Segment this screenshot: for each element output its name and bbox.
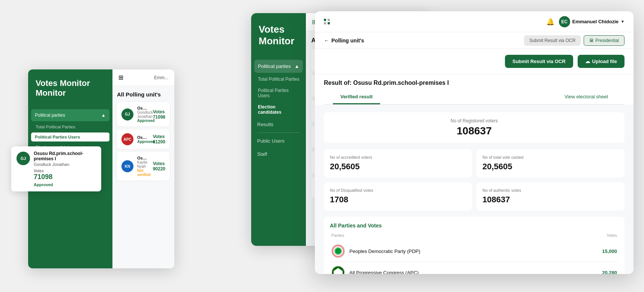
tooltip-person: Goodluck Jonathan	[34, 162, 96, 167]
card-votes-2: Votes 61200	[153, 134, 165, 144]
card-votes-1: Votes 71098	[153, 109, 165, 120]
card-status-3: Not verified	[137, 169, 149, 177]
grid-icon-right	[324, 19, 330, 24]
topbar-left-section	[324, 19, 330, 24]
upload-icon: ☁	[585, 59, 590, 64]
stat-card-1: No of total vote casted 20,5605	[476, 149, 625, 178]
subbar-right: ← Polling unit's Submit Result via OCR 🏛…	[315, 32, 634, 49]
parties-header: Parties Votes	[330, 233, 619, 238]
polling-card-1[interactable]: GJ Osusu Rd.prim.school-premises I Goodl…	[117, 102, 170, 126]
back-button[interactable]: ← Polling unit's	[324, 38, 364, 44]
back-arrow-icon: ←	[324, 38, 329, 44]
chevron-down-icon: ▼	[621, 20, 625, 24]
logo-middle: Votes Monitor	[251, 13, 306, 55]
card-info-2: Osusu Rd.prim.school-premises III Approv…	[137, 135, 149, 144]
svg-rect-3	[337, 271, 340, 274]
logo-monitor: Monitor	[36, 88, 105, 98]
stat-value-2: 1708	[330, 195, 466, 205]
result-header: Result of: Osusu Rd.prim.school-premises…	[315, 74, 634, 105]
stat-label-3: No of authentic votes	[482, 188, 619, 193]
nav-m-political-parties[interactable]: Political parties ▲	[254, 60, 303, 73]
logo-votes: Votes Monitor	[36, 78, 105, 88]
tooltip-title: Osusu Rd.prim.school-premises I	[34, 151, 96, 161]
stat-label-0: No of accredited voters	[330, 155, 466, 160]
topbar-right-section: 🔔 EC Emmanuel Chidozie ▼	[546, 16, 625, 27]
parties-section: All Parties and Votes Parties Votes Peop…	[324, 217, 625, 274]
pdp-name: Peoples Democratic Party (PDP)	[349, 248, 598, 254]
subbar-ocr-button[interactable]: Submit Result via OCR	[524, 35, 581, 46]
polling-card-3[interactable]: KN Osusu Rd.prim.school-premises V Kayli…	[117, 152, 170, 181]
user-abbrev: Emm...	[154, 75, 168, 80]
avatar-1: GJ	[121, 108, 133, 120]
stat-value-3: 108637	[482, 195, 619, 205]
presidential-icon: 🏛	[589, 38, 594, 43]
stat-card-0: No of accredited voters 20,5605	[324, 149, 472, 178]
tab-view-electoral-sheet[interactable]: View electoral sheet	[557, 90, 616, 104]
tooltip-votes-label: Votes 71098	[34, 169, 96, 181]
card-name-1: Osusu Rd.prim.school-premises I	[137, 106, 149, 110]
nav-middle: Political parties ▲ Total Political Part…	[251, 55, 306, 246]
nav-m-election-candidates[interactable]: Election candidates	[251, 101, 306, 118]
parties-col-votes: Votes	[607, 233, 617, 238]
tooltip-status: Approved	[34, 182, 96, 187]
submit-ocr-button[interactable]: Submit Result via OCR	[505, 55, 573, 68]
registered-label: No of Registored voters	[330, 118, 619, 123]
main-actions-bar: Submit Result via OCR ☁ Upload file	[315, 49, 634, 74]
nav-divider	[257, 132, 300, 133]
tooltip-card: GJ Osusu Rd.prim.school-premises I Goodl…	[11, 146, 101, 191]
registered-voters-card: No of Registored voters 108637	[324, 112, 625, 143]
nav-m-public-users[interactable]: Public Users	[251, 134, 306, 148]
pdp-logo	[331, 244, 345, 258]
apc-name: All Progressive Congress (APC)	[349, 270, 598, 274]
user-avatar: EC	[559, 16, 570, 27]
content-left: All Polling unit's GJ Osusu Rd.prim.scho…	[112, 86, 174, 189]
logo-left: Votes Monitor Monitor	[28, 69, 112, 105]
subbar-actions: Submit Result via OCR 🏛 Presidential	[524, 35, 625, 46]
topbar-right: 🔔 EC Emmanuel Chidozie ▼	[315, 11, 634, 32]
card-person-3: Kaylie Nyah	[137, 160, 149, 169]
bell-icon[interactable]: 🔔	[546, 18, 554, 26]
upload-file-button[interactable]: ☁ Upload file	[578, 55, 625, 68]
card-name-3: Osusu Rd.prim.school-premises V	[137, 156, 149, 160]
nav-pp-users[interactable]: Political Parties Users	[31, 132, 109, 141]
result-content: No of Registored voters 108637 No of acc…	[315, 105, 634, 274]
back-label: Polling unit's	[331, 38, 364, 44]
user-profile[interactable]: EC Emmanuel Chidozie ▼	[559, 16, 625, 27]
card-name-2: Osusu Rd.prim.school-premises III	[137, 135, 149, 140]
stats-grid: No of accredited voters 20,5605 No of to…	[324, 149, 625, 211]
apc-votes: 20,280	[602, 270, 617, 274]
user-name: Emmanuel Chidozie	[572, 19, 619, 24]
stat-value-1: 20,5605	[482, 162, 619, 172]
nav-total-political-parties[interactable]: Total Political Parties	[28, 122, 112, 132]
grid-icon: ⊞	[118, 74, 123, 81]
stat-value-0: 20,5605	[330, 162, 466, 172]
sidebar-middle: Votes Monitor Political parties ▲ Total …	[251, 13, 306, 246]
subbar-presidential-button[interactable]: 🏛 Presidential	[584, 35, 625, 46]
card-status-1: Approved	[137, 119, 149, 123]
card-status-2: Approved	[137, 140, 149, 144]
card-person-1: Goodluck Jonathan	[137, 110, 149, 119]
nav-m-results[interactable]: Results	[251, 118, 306, 131]
stat-card-2: No of Disqualified votes 1708	[324, 182, 472, 211]
nav-m-staff[interactable]: Staff	[251, 148, 306, 161]
tooltip-votes-value: 71098	[34, 173, 96, 181]
avatar-2: APC	[121, 133, 133, 145]
result-title: Result of: Osusu Rd.prim.school-premises…	[324, 80, 625, 86]
page-title-left: All Polling unit's	[117, 91, 170, 98]
polling-card-2[interactable]: APC Osusu Rd.prim.school-premises III Ap…	[117, 129, 170, 149]
tab-verified-result[interactable]: Verified result	[333, 90, 380, 104]
party-row-pdp: Peoples Democratic Party (PDP) 15,000	[330, 241, 619, 262]
main-content-left: ⊞ Emm... All Polling unit's GJ Osusu Rd.…	[112, 69, 174, 268]
topbar-left: ⊞ Emm...	[112, 69, 174, 86]
nav-m-pp-users[interactable]: Political Parties Users	[251, 85, 306, 101]
stat-label-1: No of total vote casted	[482, 155, 619, 160]
card-votes-3: Votes 90220	[153, 161, 165, 172]
pdp-votes: 15,000	[602, 248, 617, 254]
logo-votes-middle: Votes	[259, 24, 298, 35]
parties-title: All Parties and Votes	[330, 223, 619, 229]
nav-political-parties[interactable]: Political parties ▲	[31, 109, 109, 121]
card-info-3: Osusu Rd.prim.school-premises V Kaylie N…	[137, 156, 149, 177]
party-row-apc: All Progressive Congress (APC) 20,280	[330, 262, 619, 274]
avatar-3: KN	[121, 160, 133, 172]
nav-m-total[interactable]: Total Political Parties	[251, 74, 306, 85]
